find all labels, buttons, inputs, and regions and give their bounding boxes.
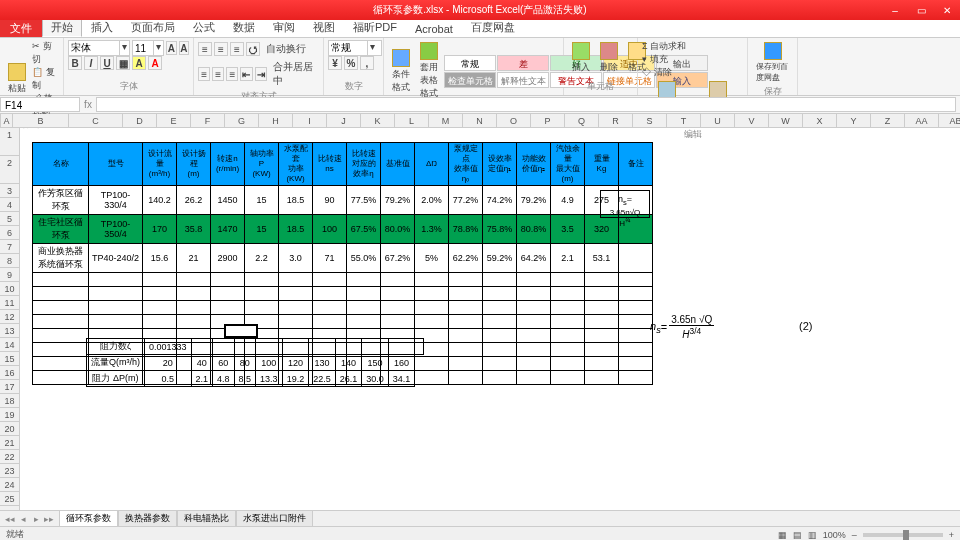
table-header-cell[interactable]: 名称: [33, 143, 89, 186]
col-header[interactable]: G: [225, 114, 259, 128]
grow-font-button[interactable]: A: [166, 41, 177, 55]
empty-cell[interactable]: [551, 357, 585, 371]
col-header[interactable]: B: [13, 114, 69, 128]
row-header[interactable]: 23: [0, 464, 20, 478]
empty-cell[interactable]: [585, 301, 619, 315]
row-header[interactable]: 11: [0, 296, 20, 310]
zoom-slider[interactable]: [863, 533, 943, 537]
aux-cell[interactable]: 22.5: [309, 371, 336, 387]
empty-cell[interactable]: [143, 273, 177, 287]
table-cell[interactable]: 15: [245, 186, 279, 215]
row-header[interactable]: 4: [0, 198, 20, 212]
table-cell[interactable]: 78.8%: [449, 215, 483, 244]
empty-cell[interactable]: [415, 301, 449, 315]
col-header[interactable]: L: [395, 114, 429, 128]
empty-cell[interactable]: [381, 287, 415, 301]
empty-cell[interactable]: [449, 287, 483, 301]
view-break-button[interactable]: ▥: [808, 530, 817, 540]
table-cell[interactable]: 2.2: [245, 244, 279, 273]
empty-cell[interactable]: [33, 357, 89, 371]
table-cell[interactable]: 3.0: [279, 244, 313, 273]
row-header[interactable]: 6: [0, 226, 20, 240]
col-header[interactable]: V: [735, 114, 769, 128]
empty-cell[interactable]: [619, 287, 653, 301]
merge-button[interactable]: 合并居居中: [269, 58, 319, 90]
font-size[interactable]: ▾: [132, 40, 164, 56]
aux-table[interactable]: 阻力数ζ0.001333流量Q(m³/h)2040608010012013014…: [86, 338, 424, 387]
empty-cell[interactable]: [211, 273, 245, 287]
empty-cell[interactable]: [483, 301, 517, 315]
table-cell[interactable]: 35.8: [177, 215, 211, 244]
table-cell[interactable]: 18.5: [279, 186, 313, 215]
empty-cell[interactable]: [585, 287, 619, 301]
aux-cell[interactable]: 阻力数ζ: [87, 339, 145, 355]
percent-button[interactable]: %: [344, 56, 358, 70]
empty-cell[interactable]: [177, 301, 211, 315]
aux-cell[interactable]: 流量Q(m³/h): [87, 355, 145, 371]
empty-cell[interactable]: [33, 371, 89, 385]
aux-cell[interactable]: 150: [362, 355, 389, 371]
aux-cell[interactable]: [191, 339, 213, 355]
empty-cell[interactable]: [143, 287, 177, 301]
empty-cell[interactable]: [449, 371, 483, 385]
table-header-cell[interactable]: 设计流量(m³/h): [143, 143, 177, 186]
empty-cell[interactable]: [347, 287, 381, 301]
empty-cell[interactable]: [585, 343, 619, 357]
empty-cell[interactable]: [177, 273, 211, 287]
table-cell[interactable]: [619, 244, 653, 273]
aux-cell[interactable]: 19.2: [282, 371, 309, 387]
empty-cell[interactable]: [33, 343, 89, 357]
empty-cell[interactable]: [33, 287, 89, 301]
col-header[interactable]: K: [361, 114, 395, 128]
empty-cell[interactable]: [449, 315, 483, 329]
table-cell[interactable]: 53.1: [585, 244, 619, 273]
col-header[interactable]: I: [293, 114, 327, 128]
empty-cell[interactable]: [517, 357, 551, 371]
column-headers[interactable]: ABCDEFGHIJKLMNOPQRSTUVWXYZAAAB: [1, 114, 960, 128]
view-normal-button[interactable]: ▦: [778, 530, 787, 540]
empty-cell[interactable]: [279, 301, 313, 315]
table-header-cell[interactable]: 功能效价值η₂: [517, 143, 551, 186]
col-header[interactable]: J: [327, 114, 361, 128]
col-header[interactable]: O: [497, 114, 531, 128]
table-cell[interactable]: 18.5: [279, 215, 313, 244]
table-cell[interactable]: 1450: [211, 186, 245, 215]
align-left-button[interactable]: ≡: [198, 67, 210, 81]
empty-cell[interactable]: [415, 273, 449, 287]
align-right-button[interactable]: ≡: [226, 67, 238, 81]
row-header[interactable]: 10: [0, 282, 20, 296]
row-header[interactable]: 7: [0, 240, 20, 254]
empty-cell[interactable]: [89, 301, 143, 315]
style-cell[interactable]: 差: [497, 55, 549, 71]
indent-dec-button[interactable]: ⇤: [240, 67, 252, 81]
table-cell[interactable]: 71: [313, 244, 347, 273]
empty-cell[interactable]: [89, 287, 143, 301]
col-header[interactable]: T: [667, 114, 701, 128]
empty-cell[interactable]: [517, 301, 551, 315]
row-header[interactable]: 15: [0, 352, 20, 366]
tab-insert[interactable]: 插入: [82, 18, 122, 37]
empty-cell[interactable]: [245, 301, 279, 315]
cut-button[interactable]: ✂ 剪切: [32, 40, 59, 66]
empty-cell[interactable]: [619, 371, 653, 385]
number-format[interactable]: ▾: [328, 40, 382, 56]
col-header[interactable]: D: [123, 114, 157, 128]
table-cell[interactable]: 90: [313, 186, 347, 215]
row-header[interactable]: 20: [0, 422, 20, 436]
empty-cell[interactable]: [619, 273, 653, 287]
empty-cell[interactable]: [585, 273, 619, 287]
empty-cell[interactable]: [245, 287, 279, 301]
col-header[interactable]: E: [157, 114, 191, 128]
empty-cell[interactable]: [143, 315, 177, 329]
table-header-cell[interactable]: 轴功率P(KW): [245, 143, 279, 186]
table-cell[interactable]: TP100-330/4: [89, 186, 143, 215]
empty-cell[interactable]: [313, 315, 347, 329]
empty-cell[interactable]: [483, 287, 517, 301]
tab-data[interactable]: 数据: [224, 18, 264, 37]
aux-cell[interactable]: [335, 339, 362, 355]
insert-button[interactable]: 插入: [568, 40, 594, 76]
table-header-cell[interactable]: ΔŊ: [415, 143, 449, 186]
row-header[interactable]: 5: [0, 212, 20, 226]
bold-button[interactable]: B: [68, 56, 82, 70]
empty-cell[interactable]: [483, 357, 517, 371]
